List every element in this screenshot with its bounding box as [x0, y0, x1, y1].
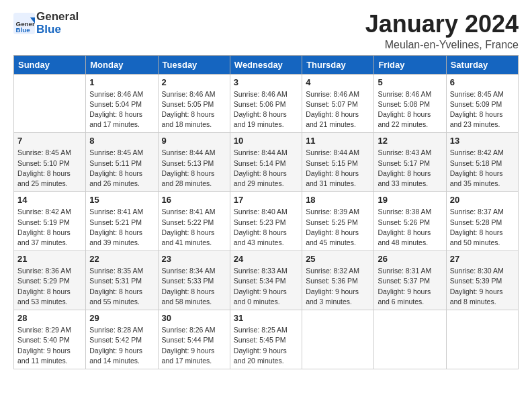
calendar-cell: 27Sunrise: 8:30 AM Sunset: 5:39 PM Dayli…	[446, 251, 518, 310]
day-info: Sunrise: 8:31 AM Sunset: 5:37 PM Dayligh…	[378, 266, 442, 307]
calendar-cell: 20Sunrise: 8:37 AM Sunset: 5:28 PM Dayli…	[446, 192, 518, 251]
day-info: Sunrise: 8:44 AM Sunset: 5:15 PM Dayligh…	[306, 148, 370, 189]
day-info: Sunrise: 8:46 AM Sunset: 5:08 PM Dayligh…	[378, 89, 442, 130]
day-number: 25	[306, 254, 370, 264]
day-header-wednesday: Wednesday	[230, 55, 302, 74]
day-info: Sunrise: 8:38 AM Sunset: 5:26 PM Dayligh…	[378, 207, 442, 248]
day-number: 7	[17, 136, 82, 146]
day-info: Sunrise: 8:46 AM Sunset: 5:04 PM Dayligh…	[89, 89, 154, 130]
day-number: 2	[162, 77, 226, 87]
day-number: 13	[450, 136, 515, 146]
day-number: 17	[234, 195, 298, 205]
calendar-week-row: 7Sunrise: 8:45 AM Sunset: 5:10 PM Daylig…	[14, 133, 519, 192]
calendar-cell: 30Sunrise: 8:26 AM Sunset: 5:44 PM Dayli…	[158, 310, 230, 369]
day-number: 19	[378, 195, 442, 205]
calendar-cell: 11Sunrise: 8:44 AM Sunset: 5:15 PM Dayli…	[302, 133, 374, 192]
calendar-cell	[374, 310, 446, 369]
day-header-monday: Monday	[86, 55, 158, 74]
day-info: Sunrise: 8:45 AM Sunset: 5:09 PM Dayligh…	[450, 89, 515, 130]
day-number: 23	[162, 254, 226, 264]
calendar-cell	[446, 310, 518, 369]
day-number: 3	[234, 77, 298, 87]
day-info: Sunrise: 8:33 AM Sunset: 5:34 PM Dayligh…	[234, 266, 298, 307]
day-info: Sunrise: 8:30 AM Sunset: 5:39 PM Dayligh…	[450, 266, 515, 307]
header-row: General Blue General Blue January 2024 M…	[13, 11, 519, 51]
day-info: Sunrise: 8:25 AM Sunset: 5:45 PM Dayligh…	[234, 325, 298, 366]
main-container: General Blue General Blue January 2024 M…	[0, 0, 532, 376]
calendar-header-row: SundayMondayTuesdayWednesdayThursdayFrid…	[14, 55, 519, 74]
calendar-cell: 16Sunrise: 8:41 AM Sunset: 5:22 PM Dayli…	[158, 192, 230, 251]
day-number: 26	[378, 254, 442, 264]
calendar-cell: 21Sunrise: 8:36 AM Sunset: 5:29 PM Dayli…	[14, 251, 86, 310]
day-number: 15	[89, 195, 154, 205]
day-number: 27	[450, 254, 515, 264]
day-header-friday: Friday	[374, 55, 446, 74]
day-info: Sunrise: 8:46 AM Sunset: 5:06 PM Dayligh…	[234, 89, 298, 130]
day-info: Sunrise: 8:26 AM Sunset: 5:44 PM Dayligh…	[162, 325, 226, 366]
calendar-cell: 22Sunrise: 8:35 AM Sunset: 5:31 PM Dayli…	[86, 251, 158, 310]
day-number: 28	[17, 313, 82, 323]
calendar-cell: 14Sunrise: 8:42 AM Sunset: 5:19 PM Dayli…	[14, 192, 86, 251]
calendar-cell: 23Sunrise: 8:34 AM Sunset: 5:33 PM Dayli…	[158, 251, 230, 310]
day-info: Sunrise: 8:41 AM Sunset: 5:22 PM Dayligh…	[162, 207, 226, 248]
day-number: 12	[378, 136, 442, 146]
calendar-week-row: 14Sunrise: 8:42 AM Sunset: 5:19 PM Dayli…	[14, 192, 519, 251]
day-number: 9	[162, 136, 226, 146]
day-info: Sunrise: 8:42 AM Sunset: 5:18 PM Dayligh…	[450, 148, 515, 189]
calendar-cell: 28Sunrise: 8:29 AM Sunset: 5:40 PM Dayli…	[14, 310, 86, 369]
day-info: Sunrise: 8:39 AM Sunset: 5:25 PM Dayligh…	[306, 207, 370, 248]
day-info: Sunrise: 8:45 AM Sunset: 5:10 PM Dayligh…	[17, 148, 82, 189]
month-title: January 2024	[365, 11, 519, 38]
calendar-cell: 13Sunrise: 8:42 AM Sunset: 5:18 PM Dayli…	[446, 133, 518, 192]
day-info: Sunrise: 8:41 AM Sunset: 5:21 PM Dayligh…	[89, 207, 154, 248]
calendar-cell	[302, 310, 374, 369]
calendar-cell: 26Sunrise: 8:31 AM Sunset: 5:37 PM Dayli…	[374, 251, 446, 310]
day-number: 22	[89, 254, 154, 264]
calendar-cell: 9Sunrise: 8:44 AM Sunset: 5:13 PM Daylig…	[158, 133, 230, 192]
day-number: 14	[17, 195, 82, 205]
day-info: Sunrise: 8:37 AM Sunset: 5:28 PM Dayligh…	[450, 207, 515, 248]
day-info: Sunrise: 8:40 AM Sunset: 5:23 PM Dayligh…	[234, 207, 298, 248]
day-header-tuesday: Tuesday	[158, 55, 230, 74]
calendar-cell: 8Sunrise: 8:45 AM Sunset: 5:11 PM Daylig…	[86, 133, 158, 192]
logo-general: General	[36, 11, 79, 24]
day-number: 10	[234, 136, 298, 146]
logo-blue: Blue	[36, 24, 79, 36]
day-header-sunday: Sunday	[14, 55, 86, 74]
calendar-cell: 7Sunrise: 8:45 AM Sunset: 5:10 PM Daylig…	[14, 133, 86, 192]
day-info: Sunrise: 8:46 AM Sunset: 5:05 PM Dayligh…	[162, 89, 226, 130]
logo-icon: General Blue	[13, 13, 35, 34]
day-info: Sunrise: 8:44 AM Sunset: 5:13 PM Dayligh…	[162, 148, 226, 189]
calendar-cell: 10Sunrise: 8:44 AM Sunset: 5:14 PM Dayli…	[230, 133, 302, 192]
svg-text:Blue: Blue	[16, 26, 31, 34]
calendar-cell: 29Sunrise: 8:28 AM Sunset: 5:42 PM Dayli…	[86, 310, 158, 369]
calendar-cell: 1Sunrise: 8:46 AM Sunset: 5:04 PM Daylig…	[86, 74, 158, 133]
day-info: Sunrise: 8:35 AM Sunset: 5:31 PM Dayligh…	[89, 266, 154, 307]
day-info: Sunrise: 8:29 AM Sunset: 5:40 PM Dayligh…	[17, 325, 82, 366]
title-block: January 2024 Meulan-en-Yvelines, France	[365, 11, 519, 51]
day-number: 29	[89, 313, 154, 323]
day-number: 6	[450, 77, 515, 87]
calendar-week-row: 1Sunrise: 8:46 AM Sunset: 5:04 PM Daylig…	[14, 74, 519, 133]
calendar-cell: 15Sunrise: 8:41 AM Sunset: 5:21 PM Dayli…	[86, 192, 158, 251]
day-info: Sunrise: 8:44 AM Sunset: 5:14 PM Dayligh…	[234, 148, 298, 189]
day-number: 4	[306, 77, 370, 87]
calendar-cell: 3Sunrise: 8:46 AM Sunset: 5:06 PM Daylig…	[230, 74, 302, 133]
calendar-cell: 4Sunrise: 8:46 AM Sunset: 5:07 PM Daylig…	[302, 74, 374, 133]
calendar-cell: 5Sunrise: 8:46 AM Sunset: 5:08 PM Daylig…	[374, 74, 446, 133]
day-info: Sunrise: 8:36 AM Sunset: 5:29 PM Dayligh…	[17, 266, 82, 307]
logo: General Blue General Blue	[13, 11, 79, 36]
calendar-cell: 2Sunrise: 8:46 AM Sunset: 5:05 PM Daylig…	[158, 74, 230, 133]
day-number: 31	[234, 313, 298, 323]
calendar-cell	[14, 74, 86, 133]
day-info: Sunrise: 8:43 AM Sunset: 5:17 PM Dayligh…	[378, 148, 442, 189]
day-number: 24	[234, 254, 298, 264]
day-header-thursday: Thursday	[302, 55, 374, 74]
day-header-saturday: Saturday	[446, 55, 518, 74]
day-number: 21	[17, 254, 82, 264]
calendar-week-row: 21Sunrise: 8:36 AM Sunset: 5:29 PM Dayli…	[14, 251, 519, 310]
calendar-cell: 18Sunrise: 8:39 AM Sunset: 5:25 PM Dayli…	[302, 192, 374, 251]
day-number: 20	[450, 195, 515, 205]
location: Meulan-en-Yvelines, France	[365, 39, 519, 51]
day-number: 8	[89, 136, 154, 146]
